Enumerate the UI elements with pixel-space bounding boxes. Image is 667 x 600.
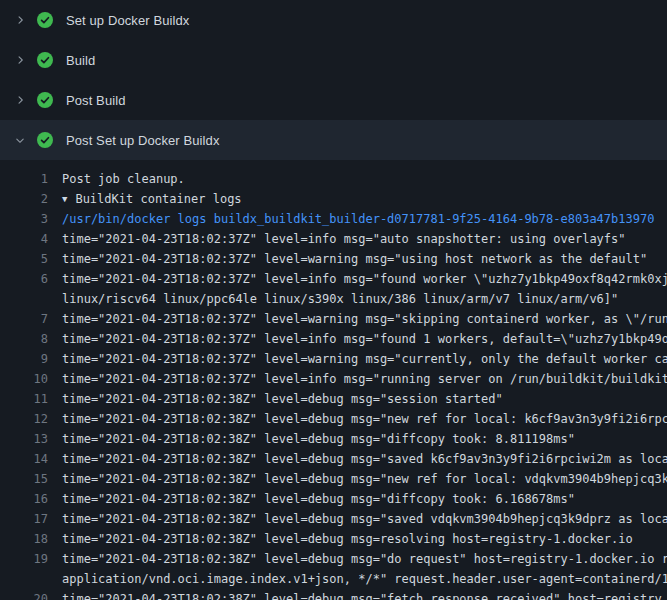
chevron-right-icon	[12, 54, 28, 66]
line-number[interactable]: 20	[0, 589, 48, 600]
line-number[interactable]: 18	[0, 529, 48, 549]
line-number[interactable]: 3	[0, 209, 48, 229]
log-line: 11time="2021-04-23T18:02:38Z" level=debu…	[0, 389, 667, 409]
step-section-post-set-up-docker-buildx[interactable]: Post Set up Docker Buildx	[0, 120, 667, 160]
line-number[interactable]: 1	[0, 169, 48, 189]
line-number[interactable]: 10	[0, 369, 48, 389]
check-circle-icon	[37, 52, 53, 68]
line-number[interactable]: 11	[0, 389, 48, 409]
group-expand-icon[interactable]: ▼	[62, 189, 67, 209]
line-number[interactable]: 15	[0, 469, 48, 489]
step-section-post-build[interactable]: Post Build	[0, 80, 667, 120]
log-line: 15time="2021-04-23T18:02:38Z" level=debu…	[0, 469, 667, 489]
log-line: 4time="2021-04-23T18:02:37Z" level=info …	[0, 229, 667, 249]
log-line: 16time="2021-04-23T18:02:38Z" level=debu…	[0, 489, 667, 509]
log-line: 9time="2021-04-23T18:02:37Z" level=warni…	[0, 349, 667, 369]
line-number[interactable]: 16	[0, 489, 48, 509]
log-line: 14time="2021-04-23T18:02:38Z" level=debu…	[0, 449, 667, 469]
log-line: 18time="2021-04-23T18:02:38Z" level=debu…	[0, 529, 667, 549]
log-line: 1Post job cleanup.	[0, 169, 667, 189]
log-line: 20time="2021-04-23T18:02:38Z" level=debu…	[0, 589, 667, 600]
chevron-down-icon	[12, 134, 28, 146]
log-text: time="2021-04-23T18:02:37Z" level=info m…	[62, 329, 667, 349]
log-line: 2▼BuildKit container logs	[0, 189, 667, 209]
line-number[interactable]: 4	[0, 229, 48, 249]
line-number[interactable]: 19	[0, 549, 48, 569]
log-line: 17time="2021-04-23T18:02:38Z" level=debu…	[0, 509, 667, 529]
line-number[interactable]: 5	[0, 249, 48, 269]
step-section-label: Post Build	[66, 93, 126, 108]
log-line: 3/usr/bin/docker logs buildx_buildkit_bu…	[0, 209, 667, 229]
log-text: time="2021-04-23T18:02:38Z" level=debug …	[62, 469, 667, 489]
step-section-label: Set up Docker Buildx	[66, 13, 189, 28]
chevron-right-icon	[12, 14, 28, 26]
log-text: BuildKit container logs	[75, 189, 241, 209]
line-number[interactable]: 9	[0, 349, 48, 369]
log-text: time="2021-04-23T18:02:37Z" level=info m…	[62, 229, 626, 249]
log-text: time="2021-04-23T18:02:38Z" level=debug …	[62, 549, 667, 569]
log-text: time="2021-04-23T18:02:37Z" level=info m…	[62, 369, 667, 389]
line-number[interactable]: 13	[0, 429, 48, 449]
log-line: 19time="2021-04-23T18:02:38Z" level=debu…	[0, 549, 667, 569]
line-number[interactable]: 17	[0, 509, 48, 529]
check-circle-icon	[37, 92, 53, 108]
log-text: time="2021-04-23T18:02:38Z" level=debug …	[62, 449, 667, 469]
log-line: linux/riscv64 linux/ppc64le linux/s390x …	[0, 289, 667, 309]
log-text: time="2021-04-23T18:02:38Z" level=debug …	[62, 389, 503, 409]
log-text: time="2021-04-23T18:02:37Z" level=warnin…	[62, 309, 667, 329]
log-text: linux/riscv64 linux/ppc64le linux/s390x …	[62, 289, 618, 309]
log-command-text: /usr/bin/docker logs buildx_buildkit_bui…	[62, 209, 654, 229]
log-line: 10time="2021-04-23T18:02:37Z" level=info…	[0, 369, 667, 389]
line-number[interactable]: 6	[0, 269, 48, 289]
log-text: time="2021-04-23T18:02:38Z" level=debug …	[62, 589, 662, 600]
log-line: 12time="2021-04-23T18:02:38Z" level=debu…	[0, 409, 667, 429]
check-circle-icon	[37, 12, 53, 28]
log-line: 5time="2021-04-23T18:02:37Z" level=warni…	[0, 249, 667, 269]
line-number[interactable]: 7	[0, 309, 48, 329]
step-section-label: Build	[66, 53, 95, 68]
log-text: time="2021-04-23T18:02:37Z" level=warnin…	[62, 349, 667, 369]
log-text: time="2021-04-23T18:02:38Z" level=debug …	[62, 429, 575, 449]
log-text: application/vnd.oci.image.index.v1+json,…	[62, 569, 667, 589]
log-text: time="2021-04-23T18:02:38Z" level=debug …	[62, 409, 667, 429]
log-text: time="2021-04-23T18:02:38Z" level=debug …	[62, 509, 667, 529]
line-number[interactable]: 2	[0, 189, 48, 209]
log-line: 7time="2021-04-23T18:02:37Z" level=warni…	[0, 309, 667, 329]
log-line: application/vnd.oci.image.index.v1+json,…	[0, 569, 667, 589]
log-text: Post job cleanup.	[62, 169, 185, 189]
step-section-label: Post Set up Docker Buildx	[66, 133, 220, 148]
steps-list: Set up Docker BuildxBuildPost BuildPost …	[0, 0, 667, 160]
line-number[interactable]: 14	[0, 449, 48, 469]
log-text: time="2021-04-23T18:02:37Z" level=warnin…	[62, 249, 647, 269]
log-text: time="2021-04-23T18:02:37Z" level=info m…	[62, 269, 667, 289]
line-number	[0, 569, 48, 589]
step-section-build[interactable]: Build	[0, 40, 667, 80]
log-text: time="2021-04-23T18:02:38Z" level=debug …	[62, 489, 575, 509]
line-number[interactable]: 12	[0, 409, 48, 429]
check-circle-icon	[37, 132, 53, 148]
log-line: 8time="2021-04-23T18:02:37Z" level=info …	[0, 329, 667, 349]
step-section-set-up-docker-buildx[interactable]: Set up Docker Buildx	[0, 0, 667, 40]
line-number[interactable]: 8	[0, 329, 48, 349]
chevron-right-icon	[12, 94, 28, 106]
log-line: 6time="2021-04-23T18:02:37Z" level=info …	[0, 269, 667, 289]
log-area: 1Post job cleanup.2▼BuildKit container l…	[0, 160, 667, 600]
line-number	[0, 289, 48, 309]
log-text: time="2021-04-23T18:02:38Z" level=debug …	[62, 529, 633, 549]
log-line: 13time="2021-04-23T18:02:38Z" level=debu…	[0, 429, 667, 449]
